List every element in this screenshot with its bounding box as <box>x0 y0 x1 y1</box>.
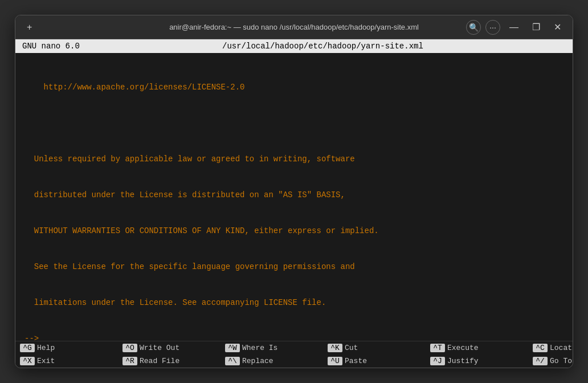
nano-filepath: /usr/local/hadoop/etc/hadoop/yarn-site.x… <box>222 42 423 51</box>
comment-line-5: See the License for the specific languag… <box>24 262 355 271</box>
comment-line-7: --> <box>24 334 39 341</box>
comment-line-3: distributed under the License is distrib… <box>24 190 345 199</box>
editor-line: distributed under the License is distrib… <box>24 189 564 201</box>
footer-item-whereis[interactable]: ^W Where Is <box>220 343 323 353</box>
key-help: ^G <box>20 344 35 352</box>
search-button[interactable]: 🔍 <box>466 20 481 35</box>
footer-row-2: ^X Exit ^R Read File ^\ Replace ^U Paste… <box>15 355 573 368</box>
minimize-button[interactable]: — <box>505 20 523 35</box>
key-writeout: ^O <box>122 344 137 352</box>
key-readfile: ^R <box>122 357 137 365</box>
label-writeout: Write Out <box>140 344 179 352</box>
titlebar: + anir@anir-fedora:~ — sudo nano /usr/lo… <box>15 15 573 39</box>
footer-item-execute[interactable]: ^T Execute <box>426 343 528 353</box>
footer-item-location[interactable]: ^C Location <box>528 343 573 353</box>
footer-item-paste[interactable]: ^U Paste <box>323 356 426 366</box>
editor-line: --> <box>24 333 564 341</box>
footer-item-writeout[interactable]: ^O Write Out <box>118 343 220 353</box>
label-replace: Replace <box>242 357 273 365</box>
nano-footer: ^G Help ^O Write Out ^W Where Is ^K Cut … <box>15 341 573 368</box>
label-whereis: Where Is <box>242 344 277 352</box>
nano-version: GNU nano 6.0 <box>22 42 80 51</box>
add-tab-button[interactable]: + <box>22 20 36 35</box>
comment-line-6: limitations under the License. See accom… <box>24 298 326 307</box>
footer-item-cut[interactable]: ^K Cut <box>323 343 426 353</box>
key-exit: ^X <box>20 357 35 365</box>
comment-line-4: WITHOUT WARRANTIES OR CONDITIONS OF ANY … <box>24 226 379 235</box>
nano-header: GNU nano 6.0 /usr/local/hadoop/etc/hadoo… <box>15 39 573 53</box>
editor-line: limitations under the License. See accom… <box>24 297 564 309</box>
key-replace: ^\ <box>225 357 240 365</box>
label-cut: Cut <box>345 344 358 352</box>
window-title: anir@anir-fedora:~ — sudo nano /usr/loca… <box>169 23 419 31</box>
editor-line: http://www.apache.org/licenses/LICENSE-2… <box>24 82 564 93</box>
editor-line: WITHOUT WARRANTIES OR CONDITIONS OF ANY … <box>24 225 564 237</box>
key-cut: ^K <box>328 344 342 352</box>
key-justify: ^J <box>430 357 445 365</box>
label-paste: Paste <box>345 357 367 365</box>
key-gotoline: ^/ <box>533 357 548 365</box>
editor-line-empty <box>24 117 564 129</box>
footer-item-help[interactable]: ^G Help <box>15 343 118 353</box>
label-readfile: Read File <box>140 357 179 365</box>
key-whereis: ^W <box>225 344 240 352</box>
restore-button[interactable]: ❐ <box>528 19 545 35</box>
editor-line: Unless required by applicable law or agr… <box>24 153 564 165</box>
footer-item-readfile[interactable]: ^R Read File <box>118 356 220 366</box>
editor-area[interactable]: http://www.apache.org/licenses/LICENSE-2… <box>15 53 573 341</box>
label-gotoline: Go To Line <box>550 357 573 365</box>
titlebar-left: + <box>22 20 36 35</box>
key-location: ^C <box>533 344 548 352</box>
footer-item-replace[interactable]: ^\ Replace <box>220 356 323 366</box>
label-execute: Execute <box>447 344 479 352</box>
comment-line-2: Unless required by applicable law or agr… <box>24 154 355 164</box>
comment-line-1: http://www.apache.org/licenses/LICENSE-2… <box>24 83 244 92</box>
editor-line: See the License for the specific languag… <box>24 261 564 273</box>
more-button[interactable]: ··· <box>485 20 500 35</box>
footer-item-exit[interactable]: ^X Exit <box>15 356 118 366</box>
editor-content: http://www.apache.org/licenses/LICENSE-2… <box>15 58 573 341</box>
titlebar-controls: 🔍 ··· — ❐ ✕ <box>466 19 566 35</box>
key-execute: ^T <box>430 344 445 352</box>
label-location: Location <box>550 344 573 352</box>
label-help: Help <box>37 344 55 352</box>
label-exit: Exit <box>37 357 55 365</box>
close-button[interactable]: ✕ <box>549 19 566 35</box>
key-paste: ^U <box>328 357 342 365</box>
label-justify: Justify <box>447 357 479 365</box>
footer-item-justify[interactable]: ^J Justify <box>426 356 528 366</box>
footer-item-gotoline[interactable]: ^/ Go To Line <box>528 356 573 366</box>
terminal-window: + anir@anir-fedora:~ — sudo nano /usr/lo… <box>15 15 573 368</box>
footer-row-1: ^G Help ^O Write Out ^W Where Is ^K Cut … <box>15 341 573 355</box>
